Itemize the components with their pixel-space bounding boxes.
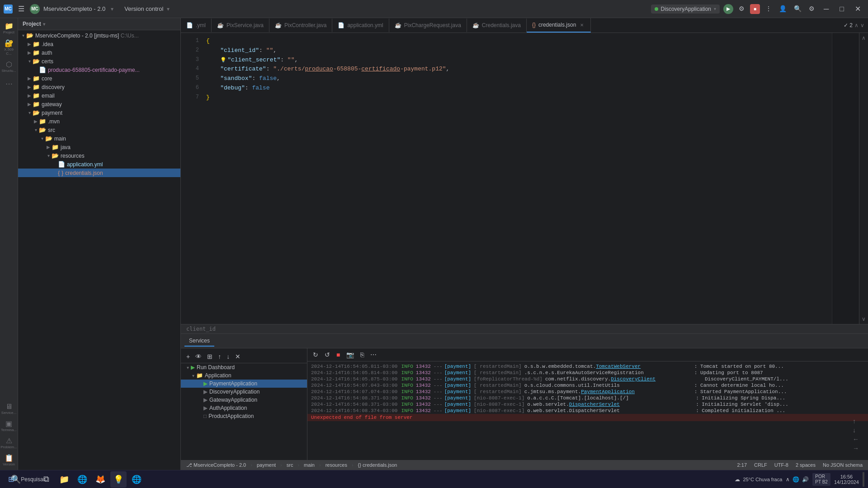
status-indent[interactable]: 2 spaces [794,462,817,468]
tree-item-discovery[interactable]: ▶ 📁 discovery [18,83,180,91]
status-branch[interactable]: ⎇ MserviceCompleto - 2.0 [184,462,248,468]
svc-close-btn[interactable]: ✕ [233,352,242,361]
tree-item-certs[interactable]: ▾ 📂 certs [18,57,180,66]
svc-product-app[interactable]: □ ProductApplication [181,412,307,420]
account-icon[interactable]: 👤 [777,4,788,14]
hamburger-menu[interactable]: ☰ [16,3,26,15]
scroll-up-arrow[interactable]: ∧ [860,33,868,43]
tab-credentials-json[interactable]: {} credentials.json ✕ [527,18,591,33]
taskbar-explorer[interactable]: 📁 [56,471,72,488]
log-more-btn[interactable]: ⋯ [368,350,378,359]
log-scroll-down[interactable]: ↓ [853,427,859,434]
svc-eye-btn[interactable]: 👁 [193,352,203,361]
settings-icon[interactable]: ⚙ [737,4,746,14]
language-indicator[interactable]: POR PT B2 [812,473,830,486]
show-desktop-button[interactable] [863,472,864,487]
tab-credentials-java[interactable]: ☕ Credentials.java [467,19,527,32]
project-name-chevron[interactable]: ▾ [111,6,113,12]
bottom-tab-services[interactable]: Services [184,336,214,347]
maximize-button[interactable]: □ [836,5,848,13]
tree-item-gateway[interactable]: ▶ 📁 gateway [18,100,180,108]
up-arrow-icon[interactable]: ∧ [786,476,790,483]
sidebar-icon-more[interactable]: ⋯ [1,75,17,92]
tab-application-yml[interactable]: 📄 application.yml [332,19,389,32]
volume-icon[interactable]: 🔊 [802,476,809,483]
stop-button[interactable]: ■ [750,4,760,14]
tree-root[interactable]: ▾ 📂 MserviceCompleto - 2.0 [jmtsu-ms] C:… [18,31,180,40]
minimize-button[interactable]: ─ [820,5,832,13]
sidebar-icon-services[interactable]: 🖥 Service... [1,401,17,417]
tree-item-idea[interactable]: ▶ 📁 .idea [18,40,180,48]
search-icon[interactable]: 🔍 [792,4,803,14]
status-path-resources[interactable]: resources [324,462,349,468]
log-refresh2-btn[interactable]: ↺ [323,350,332,359]
ide-settings-icon[interactable]: ⚙ [807,4,816,14]
chevron-up-icon[interactable]: ∧ [854,22,859,28]
svc-application[interactable]: ▾ 📁 Application [181,371,307,380]
sidebar-icon-x509[interactable]: 🔐 X.509 C... [1,37,17,57]
taskbar-browser2[interactable]: 🌐 [128,471,145,488]
tree-item-src[interactable]: ▾ 📂 src [18,126,180,134]
svc-auth-app[interactable]: ▶ AuthApplication [181,404,307,412]
tree-item-email[interactable]: ▶ 📁 email [18,91,180,100]
sidebar-icon-project[interactable]: 📁 Project [1,20,17,36]
log-stop-btn[interactable]: ■ [335,350,342,359]
taskbar-task-view[interactable]: ⧉ [38,471,54,488]
taskbar-intellij[interactable]: 💡 [110,471,127,488]
tree-item-java[interactable]: ▶ 📁 java [18,143,180,151]
tree-item-payment[interactable]: ▾ 📂 payment [18,108,180,117]
sidebar-icon-structure[interactable]: ⬡ Structu... [1,58,17,75]
log-area[interactable]: 2024-12-14T16:54:05.811-03:00 INFO 13432… [307,361,868,460]
tree-item-credentials-json[interactable]: { } credentials.json [18,169,180,177]
svc-add-btn[interactable]: + [184,352,192,361]
system-clock[interactable]: 16:56 14/12/2024 [834,474,859,485]
log-camera-btn[interactable]: 📷 [344,350,356,359]
tab-pix-controller[interactable]: ☕ PixController.java [269,19,332,32]
sidebar-icon-version[interactable]: 📋 Version [1,452,17,468]
log-scroll-up[interactable]: ↑ [853,418,859,425]
run-config[interactable]: DiscoveryApplication ▾ [651,5,720,14]
close-button[interactable]: ✕ [851,5,864,13]
svc-discovery-app[interactable]: ▶ DiscoveryApplication [181,388,307,396]
editor-content[interactable]: 1 { 2 "client_id": "", 3 [181,33,832,106]
taskbar-search[interactable]: 🔍 Pesquisar [20,471,36,488]
svc-group-btn[interactable]: ⊞ [205,352,214,361]
taskbar-firefox[interactable]: 🦊 [92,471,108,488]
log-refresh-btn[interactable]: ↻ [311,350,320,359]
log-scroll-left[interactable]: ← [853,436,859,443]
log-scroll-right[interactable]: → [853,445,859,452]
status-path-file[interactable]: {} credentials.json [356,462,399,468]
status-schema[interactable]: No JSON schema [821,462,864,468]
svc-up-btn[interactable]: ↑ [216,352,223,361]
status-path-src[interactable]: src [285,462,295,468]
tree-item-cert-file[interactable]: 📄 producao-658805-certificado-payme... [18,66,180,74]
run-config-chevron[interactable]: ▾ [714,6,716,11]
tree-item-mvn[interactable]: ▶ 📁 .mvn [18,117,180,126]
svc-down-btn[interactable]: ↓ [225,352,231,361]
editor-scroll[interactable]: 1 { 2 "client_id": "", 3 [181,33,832,324]
tab-close-button[interactable]: ✕ [579,22,585,28]
network-icon[interactable]: 🌐 [793,476,799,483]
status-location[interactable]: 2:17 [736,462,749,468]
tree-item-main[interactable]: ▾ 📂 main [18,134,180,143]
log-copy-btn[interactable]: ⎘ [359,350,366,359]
svc-gateway-app[interactable]: ▶ GatewayApplication [181,396,307,404]
tree-item-core[interactable]: ▶ 📁 core [18,74,180,83]
editor-scrollbar[interactable]: ∧ ∨ [859,33,868,324]
more-icon[interactable]: ⋮ [764,4,774,14]
tree-item-application-yml[interactable]: 📄 application.yml [18,160,180,169]
svc-payment-app[interactable]: ▶ PaymentApplication [181,380,307,388]
tree-item-resources[interactable]: ▾ 📂 resources [18,151,180,160]
taskbar-edge[interactable]: 🌐 [74,471,90,488]
version-control-chevron[interactable]: ▾ [167,6,170,12]
sidebar-icon-problems[interactable]: ⚠ Problem... [1,435,17,451]
tab-pix-charge[interactable]: ☕ PixChargeRequest.java [389,19,467,32]
svc-run-dashboard[interactable]: ▾ ▶ Run Dashboard [181,363,307,371]
status-encoding[interactable]: UTF-8 [773,462,790,468]
run-button[interactable]: ▶ [723,4,733,14]
scroll-down-arrow[interactable]: ∨ [860,314,868,324]
version-control[interactable]: Version control [124,5,163,12]
status-path-main[interactable]: main [302,462,316,468]
panel-title-chevron[interactable]: ▾ [43,22,45,27]
tree-item-auth[interactable]: ▶ 📁 auth [18,48,180,57]
